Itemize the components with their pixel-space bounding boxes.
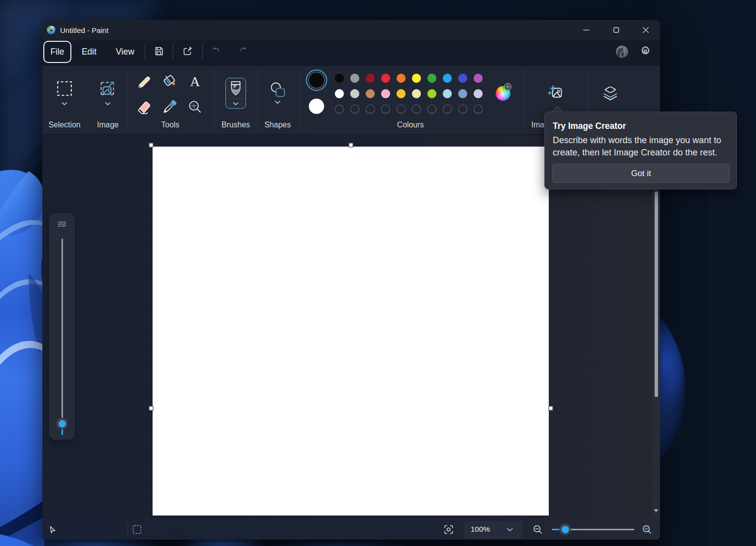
svg-text:A: A: [190, 74, 200, 89]
